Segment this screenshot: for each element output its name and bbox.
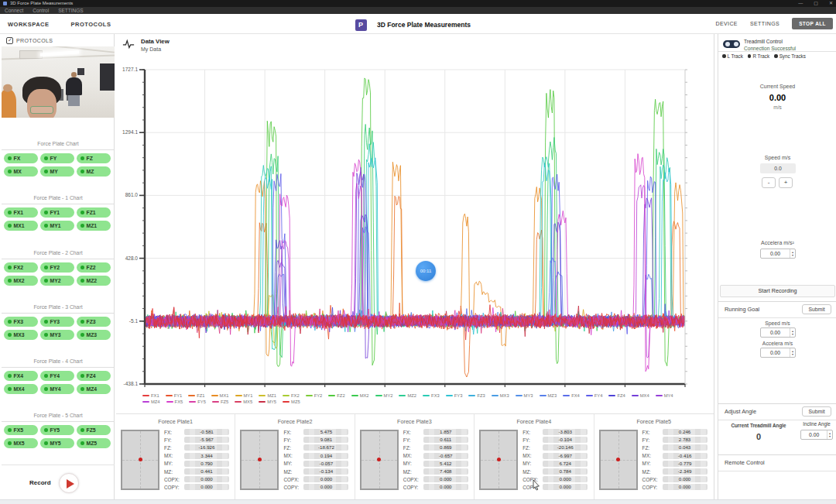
channel-toggle-mx5[interactable]: MX5	[4, 438, 38, 448]
legend-item-mx3[interactable]: MX3	[492, 393, 509, 398]
stepper-arrows-icon[interactable]: ▲▼	[790, 348, 795, 357]
legend-item-mz1[interactable]: MZ1	[259, 393, 276, 398]
channel-toggle-mz3[interactable]: MZ3	[77, 330, 111, 340]
channel-toggle-mx3[interactable]: MX3	[4, 330, 38, 340]
channel-toggle-fx[interactable]: FX	[4, 153, 38, 163]
stepper-arrows-icon[interactable]: ▲▼	[790, 249, 795, 258]
channel-toggle-fz[interactable]: FZ	[77, 153, 111, 163]
speed-decrease-button[interactable]: -	[762, 177, 776, 188]
channel-toggle-fx3[interactable]: FX3	[4, 317, 38, 327]
legend-item-fx3[interactable]: FX3	[423, 393, 440, 398]
channel-toggle-mz[interactable]: MZ	[77, 166, 111, 177]
treadmill-toggle[interactable]	[723, 40, 740, 48]
legend-item-fz4[interactable]: FZ4	[608, 393, 625, 398]
goal-speed-stepper[interactable]: ▲▼	[760, 327, 796, 338]
channel-toggle-my5[interactable]: MY5	[40, 438, 74, 448]
stop-all-button[interactable]: STOP ALL	[792, 18, 833, 29]
channel-toggle-my4[interactable]: MY4	[40, 384, 74, 394]
legend-item-my4[interactable]: MY4	[656, 393, 673, 398]
channel-toggle-my[interactable]: MY	[40, 166, 74, 177]
minimize-icon[interactable]: —	[798, 0, 803, 7]
legend-item-fx1[interactable]: FX1	[142, 393, 159, 398]
acceleration-input[interactable]	[761, 249, 790, 258]
legend-item-fy4[interactable]: FY4	[586, 393, 603, 398]
channel-toggle-fy3[interactable]: FY3	[40, 317, 74, 327]
legend-item-my5[interactable]: MY5	[259, 399, 276, 404]
radio-l-track[interactable]: L Track	[722, 53, 743, 59]
force-plate-chart[interactable]: -438.1-5.1428.0861.01294.11727.1	[116, 63, 714, 392]
tab-workspace[interactable]: WORKSPACE	[8, 21, 50, 28]
close-icon[interactable]: ✕	[829, 0, 833, 7]
channel-toggle-mx2[interactable]: MX2	[4, 276, 38, 286]
record-button[interactable]	[59, 473, 79, 493]
radio-r-track[interactable]: R Track	[748, 53, 769, 59]
channel-toggle-fx1[interactable]: FX1	[4, 207, 38, 218]
channel-toggle-mz5[interactable]: MZ5	[77, 438, 111, 448]
legend-item-fz1[interactable]: FZ1	[188, 393, 204, 398]
incline-angle-stepper[interactable]: ▲▼	[800, 430, 833, 440]
speed-increase-button[interactable]: +	[779, 177, 793, 188]
legend-item-my1[interactable]: MY1	[235, 393, 253, 398]
legend-item-fx4[interactable]: FX4	[563, 393, 580, 398]
running-goal-submit-button[interactable]: Submit	[802, 304, 831, 314]
channel-toggle-fy[interactable]: FY	[40, 153, 74, 163]
channel-toggle-fy1[interactable]: FY1	[40, 207, 74, 218]
legend-item-mz4[interactable]: MZ4	[142, 399, 160, 404]
legend-item-fz5[interactable]: FZ5	[212, 399, 228, 404]
channel-toggle-mz2[interactable]: MZ2	[77, 276, 111, 286]
channel-toggle-fz5[interactable]: FZ5	[77, 425, 111, 435]
menu-control[interactable]: Control	[33, 8, 49, 13]
channel-toggle-mz1[interactable]: MZ1	[77, 221, 111, 231]
legend-item-fz2[interactable]: FZ2	[328, 393, 344, 398]
channel-toggle-fx4[interactable]: FX4	[4, 371, 38, 381]
speed-input[interactable]	[760, 163, 796, 173]
adjust-angle-submit-button[interactable]: Submit	[802, 406, 831, 417]
legend-item-fz3[interactable]: FZ3	[468, 393, 485, 398]
goal-acceleration-input[interactable]	[761, 348, 790, 357]
legend-item-fx2[interactable]: FX2	[283, 393, 300, 398]
menu-connect[interactable]: Connect	[5, 8, 23, 13]
channel-toggle-fx5[interactable]: FX5	[4, 425, 38, 435]
channel-toggle-fz1[interactable]: FZ1	[77, 207, 111, 218]
settings-button[interactable]: SETTINGS	[750, 21, 779, 26]
radio-sync-tracks[interactable]: Sync Tracks	[774, 53, 806, 59]
channel-toggle-fz4[interactable]: FZ4	[77, 371, 111, 381]
channel-toggle-fz2[interactable]: FZ2	[77, 262, 111, 273]
channel-toggle-mx[interactable]: MX	[4, 166, 38, 177]
legend-item-mz5[interactable]: MZ5	[283, 399, 300, 404]
channel-toggle-fy4[interactable]: FY4	[40, 371, 74, 381]
legend-item-fx5[interactable]: FX5	[166, 399, 183, 404]
channel-toggle-fz3[interactable]: FZ3	[77, 317, 111, 327]
legend-item-fy5[interactable]: FY5	[189, 399, 206, 404]
incline-angle-input[interactable]	[801, 430, 827, 439]
legend-item-mx4[interactable]: MX4	[632, 393, 649, 398]
legend-item-my3[interactable]: MY3	[516, 393, 533, 398]
maximize-icon[interactable]: ▢	[814, 0, 818, 7]
stepper-arrows-icon[interactable]: ▲▼	[790, 328, 795, 337]
legend-item-mx5[interactable]: MX5	[235, 399, 252, 404]
device-button[interactable]: DEVICE	[715, 21, 737, 26]
start-recording-button[interactable]: Start Recording	[720, 285, 835, 297]
legend-item-mz2[interactable]: MZ2	[399, 393, 416, 398]
legend-item-mz3[interactable]: MZ3	[540, 393, 557, 398]
channel-toggle-fy2[interactable]: FY2	[40, 262, 74, 273]
channel-toggle-mz4[interactable]: MZ4	[77, 384, 111, 394]
channel-toggle-fx2[interactable]: FX2	[4, 262, 38, 273]
channel-toggle-my1[interactable]: MY1	[40, 221, 74, 231]
legend-item-fy3[interactable]: FY3	[446, 393, 463, 398]
stepper-arrows-icon[interactable]: ▲▼	[827, 430, 832, 439]
channel-toggle-mx4[interactable]: MX4	[4, 384, 38, 394]
legend-item-mx1[interactable]: MX1	[211, 393, 229, 398]
channel-toggle-my3[interactable]: MY3	[40, 330, 74, 340]
channel-toggle-mx1[interactable]: MX1	[4, 221, 38, 231]
tab-protocols[interactable]: PROTOCOLS	[71, 21, 111, 28]
legend-item-mx2[interactable]: MX2	[351, 393, 369, 398]
channel-toggle-my2[interactable]: MY2	[40, 276, 74, 286]
legend-item-my2[interactable]: MY2	[375, 393, 393, 398]
goal-acceleration-stepper[interactable]: ▲▼	[760, 348, 796, 358]
menu-settings[interactable]: SETTINGS	[58, 8, 84, 13]
legend-item-fy2[interactable]: FY2	[306, 393, 323, 398]
legend-item-fy1[interactable]: FY1	[166, 393, 183, 398]
acceleration-stepper[interactable]: ▲▼	[760, 249, 796, 259]
goal-speed-input[interactable]	[761, 328, 790, 337]
